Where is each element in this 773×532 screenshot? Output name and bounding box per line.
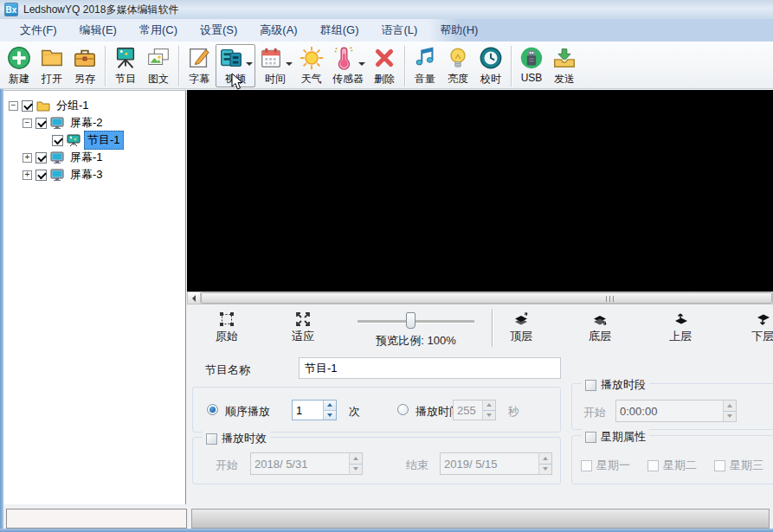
led-preview-canvas[interactable]: [187, 90, 773, 292]
tuesday-checkbox-item[interactable]: 星期二: [647, 458, 697, 473]
toolbar-button-volume[interactable]: 音量: [409, 44, 441, 87]
toolbar-button-weather[interactable]: 天气: [295, 44, 328, 87]
menu-item-settings[interactable]: 设置(S): [189, 19, 248, 42]
toolbar-button-new[interactable]: 新建: [3, 44, 35, 87]
checkbox[interactable]: [581, 460, 592, 471]
minus-box-icon[interactable]: −: [23, 119, 32, 128]
plus-box-icon[interactable]: +: [23, 170, 32, 180]
chevron-down-icon[interactable]: [246, 62, 253, 66]
tree-item-screen-2[interactable]: − 屏幕-2: [3, 114, 185, 131]
wednesday-checkbox-item[interactable]: 星期三: [714, 458, 763, 473]
start-date-spinner[interactable]: 2018/ 5/31: [250, 452, 363, 475]
tree-item-program-1[interactable]: 节目-1: [3, 131, 185, 149]
program-name-input[interactable]: 节目-1: [299, 357, 561, 379]
lower-layer-button[interactable]: 下层: [744, 311, 773, 344]
bottom-layer-button[interactable]: 底层: [581, 311, 619, 344]
checkbox[interactable]: [714, 460, 725, 471]
original-size-button[interactable]: 原始: [208, 311, 246, 344]
toolbar-button-send[interactable]: 发送: [548, 44, 581, 87]
spin-up-button[interactable]: [324, 401, 336, 410]
tree-item-label[interactable]: 屏幕-1: [68, 149, 106, 166]
spin-down-button[interactable]: [483, 410, 495, 420]
spin-down-button[interactable]: [350, 464, 362, 475]
sequence-count-spinner[interactable]: 1: [292, 400, 337, 420]
spin-up-button[interactable]: [724, 401, 736, 411]
toolbar-separator: [178, 46, 179, 87]
duration-spinner[interactable]: 255: [453, 400, 496, 420]
app-window: Bx LedshowYQ 2018多媒体编辑软件 文件(F) 编辑(E) 常用(…: [0, 0, 773, 532]
toolbar-button-delete[interactable]: 删除: [368, 44, 401, 87]
toolbar-button-time-sync[interactable]: 校时: [474, 44, 507, 87]
toolbar-button-time[interactable]: 时间: [255, 44, 295, 87]
scrollbar-thumb[interactable]: [201, 292, 772, 304]
spin-up-button[interactable]: [483, 401, 495, 410]
tree-checkbox[interactable]: [52, 135, 63, 146]
monday-checkbox-item[interactable]: 星期一: [581, 458, 630, 473]
layers-icon: [512, 311, 530, 328]
tree-item-label[interactable]: 屏幕-3: [68, 166, 106, 183]
spin-down-button[interactable]: [324, 410, 336, 420]
toolbar-button-subtitle[interactable]: 字幕: [183, 44, 216, 87]
week-attributes-checkbox[interactable]: [585, 432, 596, 443]
toolbar-button-program[interactable]: 节目: [109, 44, 142, 87]
preview-scale-slider-track[interactable]: [358, 320, 474, 323]
top-layer-button[interactable]: 顶层: [502, 311, 540, 344]
tree-checkbox[interactable]: [35, 118, 47, 129]
preview-scale-slider-handle[interactable]: [406, 312, 415, 329]
start-time-spinner[interactable]: 0:00:00: [615, 400, 737, 422]
toolbar-button-open[interactable]: 打开: [35, 44, 68, 87]
tree-checkbox[interactable]: [35, 170, 47, 181]
fit-button[interactable]: 适应: [284, 311, 322, 344]
sun-icon: [299, 45, 325, 71]
x-icon: [371, 45, 397, 71]
menu-item-edit[interactable]: 编辑(E): [68, 19, 128, 42]
toolbar-button-brightness[interactable]: 亮度: [441, 44, 474, 87]
day-label: 星期二: [663, 458, 697, 473]
menu-item-common[interactable]: 常用(C): [128, 19, 189, 42]
spin-up-button[interactable]: [539, 453, 551, 464]
upper-layer-button[interactable]: 上层: [661, 311, 699, 344]
menu-item-group[interactable]: 群组(G): [309, 19, 370, 42]
play-validity-checkbox[interactable]: [206, 433, 217, 445]
chevron-down-icon[interactable]: [358, 62, 365, 66]
toolbar-button-graphic-text[interactable]: 图文: [142, 44, 175, 87]
end-date-spinner[interactable]: 2019/ 5/15: [440, 452, 552, 475]
plus-box-icon[interactable]: +: [23, 153, 32, 163]
tree-item-screen-3[interactable]: + 屏幕-3: [3, 166, 185, 183]
menu-item-file[interactable]: 文件(F): [9, 19, 68, 42]
toolbar-label: 校时: [480, 72, 501, 87]
menu-item-advanced[interactable]: 高级(A): [248, 19, 308, 42]
monitor-icon: [50, 117, 64, 129]
selection-frame-icon: [218, 311, 235, 328]
horizontal-scrollbar[interactable]: [187, 292, 773, 304]
play-period-checkbox[interactable]: [585, 380, 596, 391]
tree-item-label[interactable]: 分组-1: [54, 97, 92, 114]
spin-down-button[interactable]: [724, 411, 736, 422]
scroll-left-button[interactable]: [188, 292, 201, 304]
play-duration-radio[interactable]: [397, 404, 409, 415]
tree-checkbox[interactable]: [35, 152, 47, 163]
calendar-icon: [258, 45, 284, 71]
tree-checkbox[interactable]: [22, 100, 33, 112]
checkbox[interactable]: [647, 460, 659, 471]
toolbar-button-usb[interactable]: USB: [515, 44, 548, 85]
chevron-down-icon[interactable]: [286, 62, 293, 66]
spinner-value[interactable]: 1: [293, 401, 323, 420]
toolbar-button-sensor[interactable]: 传感器: [328, 44, 368, 87]
mouse-cursor: [231, 73, 245, 92]
spin-up-button[interactable]: [350, 453, 362, 464]
status-panel-right: [191, 509, 770, 529]
sequence-play-radio[interactable]: [207, 404, 218, 415]
tree-item-label[interactable]: 节目-1: [84, 131, 124, 150]
tree-item-group-1[interactable]: − 分组-1: [3, 97, 185, 114]
minus-box-icon[interactable]: −: [9, 101, 18, 111]
toolbar-button-save-as[interactable]: 另存: [68, 44, 101, 87]
window-title: LedshowYQ 2018多媒体编辑软件: [23, 3, 178, 17]
menu-item-help[interactable]: 帮助(H): [428, 19, 489, 42]
tree-item-screen-1[interactable]: + 屏幕-1: [3, 149, 185, 166]
start-label: 开始: [216, 458, 238, 473]
menu-item-language[interactable]: 语言(L): [370, 19, 428, 42]
toolbar-label: 天气: [301, 72, 322, 87]
tree-item-label[interactable]: 屏幕-2: [68, 114, 106, 131]
spin-down-button[interactable]: [539, 464, 551, 475]
